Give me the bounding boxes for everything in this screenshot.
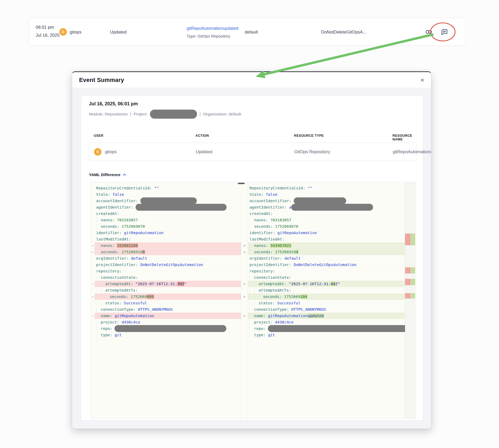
diff-gutter-sign	[241, 230, 248, 236]
avatar-initial: G	[62, 30, 64, 34]
yaml-difference-toggle[interactable]: YAML Difference	[89, 172, 126, 177]
modal-header: Event Summary ×	[72, 72, 431, 88]
diff-gutter-sign	[241, 236, 248, 242]
diff-gutter-sign	[241, 204, 248, 210]
diff-gutter-sign	[91, 268, 95, 274]
log-project: DoNotDeleteGitOpsA...	[321, 29, 367, 34]
redaction-pill	[294, 197, 346, 204]
diff-line: agentIdentifier: a	[248, 204, 405, 210]
copy-link-button[interactable]	[423, 27, 434, 37]
avatar-initial: G	[96, 150, 99, 154]
diff-line: connectionState:	[95, 274, 241, 281]
redaction-pill	[140, 197, 197, 204]
diff-gutter-sign	[241, 268, 248, 274]
event-summary-modal: Event Summary × Jul 16, 2025, 06:01 pm M…	[72, 71, 431, 429]
diff-right-pane: RepositoryCredentialsId: ""Stale: falsea…	[248, 182, 405, 418]
scrollbar-thumb[interactable]	[238, 183, 245, 184]
diff-line: lastModifiedAt:	[95, 236, 241, 242]
diff-line: project: d436c4ce	[248, 319, 405, 325]
meta-divider: |	[130, 112, 131, 117]
event-detail-card: Jul 16, 2025, 06:01 pm Module: Repositor…	[81, 96, 423, 421]
diff-line: status: Successful	[248, 300, 405, 306]
event-meta: Module: Repositories | Project: | Organi…	[89, 109, 241, 119]
diff-gutter-sign	[241, 223, 248, 230]
event-table-row: G gitops Updated GitOps Repository gitRe…	[89, 143, 417, 161]
diff-gutter-sign	[241, 325, 248, 332]
diff-gutter-sign	[241, 255, 248, 262]
diff-gutter-sign	[91, 185, 95, 191]
diff-gutter-sign: +	[241, 313, 248, 319]
diff-line: identifier: gitRepoAutomation	[248, 230, 405, 236]
diff-gutter-sign	[91, 325, 95, 332]
meta-divider: |	[199, 112, 201, 117]
diff-gutter-sign	[91, 210, 95, 217]
log-resource-column: gitRepoAutomationupdated Type: GitOps Re…	[187, 24, 238, 40]
diff-gutter-sign: +	[241, 281, 248, 287]
redaction-pill	[114, 325, 226, 332]
diff-line: seconds: 1752669099	[95, 293, 241, 300]
diff-gutter-sign	[241, 262, 248, 268]
diff-line: orgIdentifier: default	[248, 255, 405, 262]
yaml-difference-label: YAML Difference	[89, 172, 120, 177]
resource-type-label: Type: GitOps Repository	[187, 32, 238, 40]
diff-gutter-sign	[241, 300, 248, 306]
diff-line: attemptedAtTs:	[95, 287, 241, 293]
diff-gutter-sign	[241, 198, 248, 204]
modal-body: Jul 16, 2025, 06:01 pm Module: Repositor…	[72, 88, 431, 429]
column-header-action: ACTION	[195, 134, 294, 141]
close-icon[interactable]: ×	[420, 77, 424, 83]
user-name: gitops	[105, 149, 117, 154]
diff-gutter-sign	[241, 332, 248, 338]
diff-gutter-sign: +	[241, 242, 248, 249]
cell-resource-name: gitRepoAutomationupdated	[393, 149, 431, 154]
diff-gutter-sign: −	[91, 313, 95, 319]
log-action: Updated	[110, 29, 126, 34]
diff-left-pane: RepositoryCredentialsId: ""Stale: falsea…	[95, 182, 241, 418]
diff-gutter-sign: −	[91, 281, 95, 287]
diff-line: seconds: 1752669104	[248, 293, 405, 300]
column-header-resource-type: RESOURCE TYPE	[294, 134, 392, 141]
minimap-change-marker	[410, 293, 415, 298]
event-summary-button[interactable]	[439, 27, 450, 37]
redaction-pill	[150, 110, 197, 119]
diff-line: connectionType: HTTPS_ANONYMOUS	[248, 306, 405, 313]
diff-line: projectIdentifier: DoNotDeleteGitOpsAuto…	[248, 262, 405, 268]
meta-organization: Organization: default	[203, 112, 241, 117]
diff-gutter-sign	[91, 191, 95, 198]
diff-gutter-sign	[91, 223, 95, 230]
cell-resource-type: GitOps Repository	[294, 149, 393, 154]
diff-line: attemptedAtTs:	[248, 287, 405, 293]
diff-gutter-sign	[91, 255, 95, 262]
cell-user: G gitops	[94, 148, 196, 156]
diff-gutter-sign: −	[91, 293, 95, 300]
diff-line: repository:	[248, 268, 405, 274]
diff-line: seconds: 1752669104	[248, 249, 405, 255]
diff-left-gutter: −−−−−	[91, 182, 95, 418]
cell-action: Updated	[196, 149, 294, 154]
diff-gutter-sign	[91, 332, 95, 338]
diff-gutter-sign	[241, 210, 248, 217]
diff-gutter-sign: −	[91, 242, 95, 249]
diff-line: connectionState:	[248, 274, 405, 281]
minimap-change-marker	[405, 279, 410, 285]
diff-line: nanos: 543467022	[248, 242, 405, 249]
diff-gutter-sign	[241, 217, 248, 223]
diff-gutter-sign	[241, 306, 248, 313]
resource-link[interactable]: gitRepoAutomationupdated	[187, 24, 238, 32]
diff-line: agentIdentifier:	[95, 204, 241, 210]
log-user: gitops	[70, 29, 81, 34]
diff-line: name: gitRepoAutomationupdated	[248, 313, 405, 319]
yaml-diff-viewer: −−−−− RepositoryCredentialsId: ""Stale: …	[91, 182, 415, 419]
diff-gutter-sign	[241, 319, 248, 325]
meta-module: Module: Repositories	[89, 112, 128, 117]
diff-line: nanos: 783183857	[248, 217, 405, 223]
diff-gutter-sign	[241, 287, 248, 293]
diff-line: orgIdentifier: default	[95, 255, 241, 262]
diff-gutter-sign	[241, 191, 248, 198]
minimap-change-marker	[405, 293, 410, 298]
note-icon	[440, 28, 448, 36]
diff-line: RepositoryCredentialsId: ""	[95, 185, 241, 191]
diff-line: projectIdentifier: DoNotDeleteGitOpsAuto…	[95, 262, 241, 268]
diff-gutter-sign	[91, 217, 95, 223]
diff-line: identifier: gitRepoAutomation	[95, 230, 241, 236]
